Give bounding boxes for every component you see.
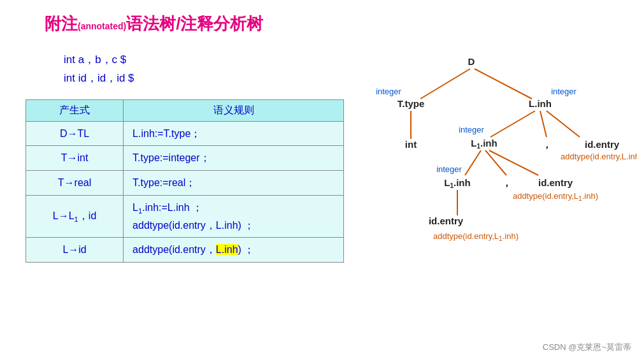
- node-Linh: L.inh: [529, 98, 552, 109]
- table-row: L→L1，id L1.inh:=L.inh ； addtype(id.entry…: [26, 195, 344, 238]
- svg-line-0: [420, 69, 470, 99]
- annot-integer-2: integer: [551, 87, 576, 96]
- rule-cell: L.inh:=T.type；: [124, 121, 344, 146]
- col-rule: 语义规则: [124, 99, 344, 121]
- node-L1inh-1: L1.inh: [471, 138, 497, 150]
- rule-cell: addtype(id.entry，L.inh) ；: [124, 238, 344, 263]
- node-int: int: [405, 139, 417, 150]
- node-L1inh-2: L1.inh: [444, 177, 470, 189]
- annot-integer-4: integer: [436, 164, 462, 174]
- prod-cell: T→int: [26, 146, 124, 171]
- tree-area: .tree-text { font-family: Arial, sans-se…: [312, 35, 637, 341]
- svg-line-6: [465, 150, 481, 175]
- node-D: D: [468, 56, 475, 67]
- prod-cell: T→real: [26, 170, 124, 195]
- node-Ttype: T.type: [397, 98, 425, 109]
- annot-addtype-2: addtype(id.entry,L1.inh): [513, 191, 598, 202]
- table-row: L→id addtype(id.entry，L.inh) ；: [26, 238, 344, 263]
- table-row: D→TL L.inh:=T.type；: [26, 121, 344, 146]
- grammar-table: 产生式 语义规则 D→TL L.inh:=T.type； T→int T.typ…: [25, 99, 344, 263]
- annot-integer-3: integer: [459, 125, 484, 134]
- node-identry-1: id.entry: [585, 139, 620, 150]
- annot-integer-1: integer: [376, 87, 401, 96]
- node-identry-3: id.entry: [429, 215, 464, 226]
- tree-svg: .tree-text { font-family: Arial, sans-se…: [312, 35, 637, 341]
- node-comma2: ，: [502, 177, 512, 188]
- svg-line-3: [490, 111, 535, 137]
- rule-cell: T.type:=real；: [124, 170, 344, 195]
- page-title: 附注(annotated)语法树/注释分析树: [45, 13, 625, 35]
- svg-line-4: [540, 111, 547, 137]
- prod-cell: D→TL: [26, 121, 124, 146]
- svg-line-5: [547, 111, 580, 137]
- annot-addtype-3: addtype(id.entry,L1.inh): [433, 231, 519, 242]
- node-comma1: ，: [542, 139, 552, 150]
- node-identry-2: id.entry: [538, 177, 573, 188]
- prod-cell: L→id: [26, 238, 124, 263]
- table-row: T→real T.type:=real；: [26, 170, 344, 195]
- table-row: T→int T.type:=integer；: [26, 146, 344, 171]
- rule-cell: T.type:=integer；: [124, 146, 344, 171]
- col-prod: 产生式: [26, 99, 124, 121]
- watermark: CSDN @克莱恩~莫雷蒂: [543, 342, 631, 353]
- svg-line-1: [475, 69, 532, 99]
- rule-cell: L1.inh:=L.inh ； addtype(id.entry，L.inh) …: [124, 195, 344, 238]
- prod-cell: L→L1，id: [26, 195, 124, 238]
- annot-addtype-1: addtype(id.entry,L.inh): [561, 152, 637, 161]
